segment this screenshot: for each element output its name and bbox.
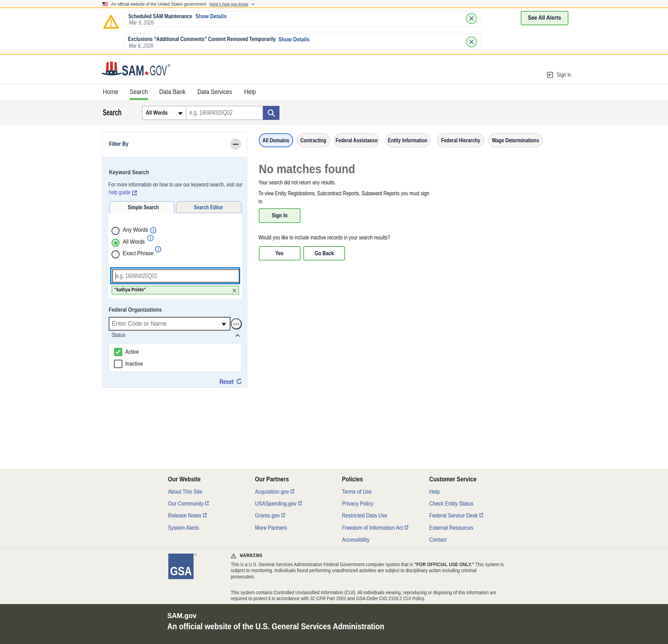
svg-text:®: ® <box>194 553 197 557</box>
svg-text:GOV: GOV <box>150 62 167 77</box>
svg-text:SAM: SAM <box>122 62 144 77</box>
svg-text:®: ® <box>168 63 170 68</box>
svg-text:GSA: GSA <box>170 564 192 578</box>
